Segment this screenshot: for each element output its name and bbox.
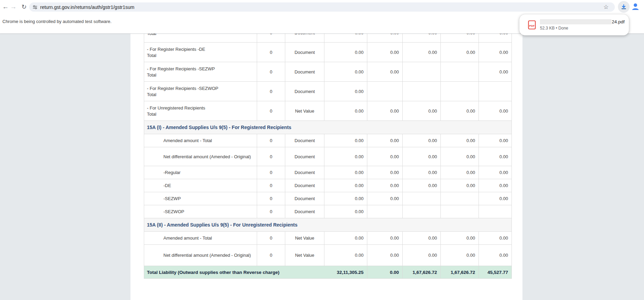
cell-basis: Document [285, 62, 324, 82]
pdf-file-icon: PDF [528, 20, 536, 30]
cell-value: 0.00 [367, 179, 403, 192]
cell-basis: Document [285, 82, 324, 101]
section-title: 15A (I) - Amended Supplies U/s 9(5) - Fo… [144, 121, 512, 134]
total-liability-row: Total Liability (Outward supplies other … [144, 266, 512, 279]
cell-value: 0.00 [324, 34, 367, 43]
cell-count: 0 [257, 166, 285, 179]
gstr1-summary-page: Total0Document0.000.000.000.000.00- For … [0, 34, 644, 300]
cell-value: 0.00 [403, 147, 441, 166]
cell-count: 0 [257, 205, 285, 218]
person-icon [631, 2, 640, 11]
cell-basis: Document [285, 43, 324, 62]
table-row: - For Register Recipients -SEZWPTotal0Do… [144, 62, 512, 82]
cell-description: Amended amount - Total [144, 232, 257, 245]
cell-value: 0.00 [441, 34, 479, 43]
download-file-meta: 24.pdf 52.3 KB • Done [540, 19, 625, 31]
forward-nav-icon[interactable]: → [8, 1, 19, 12]
table-row: Total0Document0.000.000.000.000.00 [144, 34, 512, 43]
cell-count: 0 [257, 43, 285, 62]
cell-value: 0.00 [324, 192, 367, 205]
cell-description: - For Register Recipients -SEZWPTotal [144, 62, 257, 82]
site-settings-icon[interactable] [32, 4, 38, 10]
table-row: Amended amount - Total0Document0.000.000… [144, 134, 512, 147]
section-title: 15A (II) - Amended Supplies U/s 9(5) - F… [144, 218, 512, 232]
table-row: - For Unregistered RecipientsTotal0Net V… [144, 101, 512, 121]
cell-basis: Net Value [285, 101, 324, 121]
cell-value: 0.00 [479, 179, 512, 192]
address-bar[interactable]: return.gst.gov.in/returns/auth/gstr1/gst… [29, 2, 615, 12]
cell-value-na [367, 82, 403, 101]
cell-count: 0 [257, 134, 285, 147]
svg-text:PDF: PDF [529, 24, 535, 27]
cell-value: 0.00 [324, 62, 367, 82]
cell-value: 0.00 [479, 43, 512, 62]
cell-value: 0.00 [441, 101, 479, 121]
cell-count: 0 [257, 147, 285, 166]
cell-value-na [367, 205, 403, 218]
cell-description: Net differential amount (Amended - Origi… [144, 245, 257, 266]
cell-value: 0.00 [479, 147, 512, 166]
cell-value-na [441, 205, 479, 218]
cell-basis: Net Value [285, 232, 324, 245]
total-liability-value: 45,527.77 [479, 266, 512, 279]
cell-value: 0.00 [367, 232, 403, 245]
cell-description: -DE [144, 179, 257, 192]
cell-value: 0.00 [479, 166, 512, 179]
cell-basis: Net Value [285, 245, 324, 266]
cell-value: 0.00 [324, 245, 367, 266]
total-liability-label: Total Liability (Outward supplies other … [144, 266, 324, 279]
cell-value-na [403, 205, 441, 218]
cell-count: 0 [257, 232, 285, 245]
url-text: return.gst.gov.in/returns/auth/gstr1/gst… [40, 4, 134, 10]
table-row: -SEZWOP0Document0.00 [144, 205, 512, 218]
table-row: -DE0Document0.000.000.000.000.00 [144, 179, 512, 192]
cell-value: 0.00 [403, 232, 441, 245]
cell-value: 0.00 [479, 62, 512, 82]
gstr1-summary-table: Total0Document0.000.000.000.000.00- For … [144, 34, 512, 279]
cell-value: 0.00 [479, 245, 512, 266]
cell-value: 0.00 [441, 147, 479, 166]
cell-value-na [403, 82, 441, 101]
cell-value: 0.00 [479, 232, 512, 245]
total-liability-value: 0.00 [367, 266, 403, 279]
cell-value: 0.00 [324, 179, 367, 192]
cell-value: 0.00 [479, 134, 512, 147]
cell-value: 0.00 [441, 43, 479, 62]
downloads-toolbar-button[interactable] [618, 1, 630, 13]
table-row: -SEZWP0Document0.000.000.00 [144, 192, 512, 205]
cell-value: 0.00 [441, 134, 479, 147]
cell-value: 0.00 [324, 232, 367, 245]
section-header-row: 15A (II) - Amended Supplies U/s 9(5) - F… [144, 218, 512, 232]
download-size-status: 52.3 KB • Done [540, 26, 625, 31]
reload-icon[interactable]: ↻ [19, 1, 30, 12]
cell-value: 0.00 [441, 232, 479, 245]
table-row: - For Register Recipients -DETotal0Docum… [144, 43, 512, 62]
cell-count: 0 [257, 34, 285, 43]
download-filename: 24.pdf [540, 19, 625, 24]
cell-value: 0.00 [367, 166, 403, 179]
cell-value-na [403, 62, 441, 82]
cell-value: 0.00 [324, 134, 367, 147]
cell-value: 0.00 [441, 245, 479, 266]
cell-value: 0.00 [367, 192, 403, 205]
browser-toolbar: ← → ↻ return.gst.gov.in/returns/auth/gst… [0, 0, 644, 14]
profile-avatar[interactable] [630, 1, 641, 12]
cell-value: 0.00 [324, 205, 367, 218]
table-row: Net differential amount (Amended - Origi… [144, 245, 512, 266]
cell-basis: Document [285, 179, 324, 192]
cell-count: 0 [257, 62, 285, 82]
cell-value: 0.00 [441, 179, 479, 192]
total-liability-value: 32,11,305.25 [324, 266, 367, 279]
bookmark-star-icon[interactable]: ☆ [603, 3, 609, 11]
cell-value: 0.00 [367, 101, 403, 121]
cell-count: 0 [257, 179, 285, 192]
download-notification[interactable]: PDF 24.pdf 52.3 KB • Done [519, 14, 629, 35]
cell-value: 0.00 [367, 245, 403, 266]
cell-basis: Document [285, 34, 324, 43]
cell-basis: Document [285, 147, 324, 166]
automation-infobar-text: Chrome is being controlled by automated … [2, 19, 112, 24]
cell-count: 0 [257, 82, 285, 101]
cell-value: 0.00 [479, 192, 512, 205]
cell-value: 0.00 [367, 43, 403, 62]
cell-count: 0 [257, 101, 285, 121]
